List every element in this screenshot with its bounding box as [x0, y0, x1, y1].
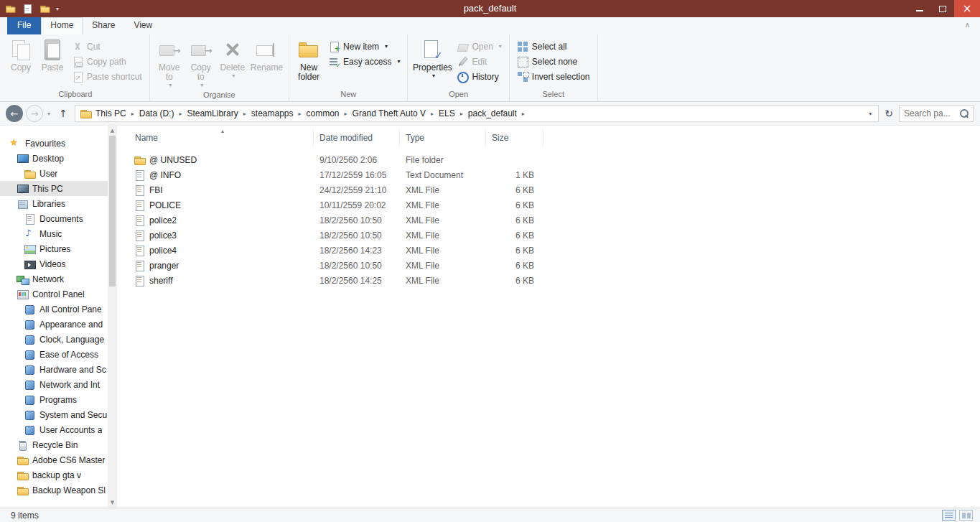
- ribbon-large-button[interactable]: Paste: [37, 37, 68, 74]
- sidebar-item[interactable]: backup gta v: [0, 467, 108, 483]
- sidebar-item[interactable]: Network and Int: [0, 377, 108, 392]
- sidebar-item[interactable]: Pictures: [0, 241, 108, 256]
- file-row[interactable]: police2 18/2/2560 10:50 XML File 6 KB: [129, 213, 980, 228]
- sidebar-item[interactable]: Ease of Access: [0, 347, 108, 362]
- scroll-up-icon[interactable]: ▲: [111, 126, 114, 136]
- file-name: pranger: [149, 261, 179, 271]
- minimize-button[interactable]: [908, 0, 931, 17]
- sidebar-item[interactable]: User Accounts a: [0, 422, 108, 437]
- sidebar-item[interactable]: Favourites: [0, 136, 108, 151]
- breadcrumb-item[interactable]: Data (D:): [135, 108, 179, 118]
- sidebar-item[interactable]: Documents: [0, 211, 108, 226]
- up-button[interactable]: ↑: [55, 105, 72, 122]
- sidebar-item[interactable]: Hardware and Sc: [0, 362, 108, 377]
- ribbon-small-button[interactable]: Select none: [513, 54, 594, 69]
- ribbon-large-button[interactable]: Delete▾: [217, 37, 248, 80]
- ribbon-group: Select all Select none: [510, 34, 598, 101]
- sidebar-item[interactable]: Control Panel: [0, 286, 108, 302]
- ribbon-small-button[interactable]: Select all: [513, 39, 594, 54]
- ribbon-small-button[interactable]: New item ▾: [325, 39, 403, 54]
- address-dropdown-icon[interactable]: ▾: [865, 111, 875, 117]
- breadcrumb-item[interactable]: This PC: [91, 108, 131, 118]
- scrollbar-thumb[interactable]: [109, 136, 116, 286]
- ribbon-tab[interactable]: Share: [83, 17, 124, 34]
- back-button[interactable]: ←: [6, 105, 23, 122]
- ribbon-tab[interactable]: View: [124, 17, 162, 34]
- recent-locations-icon[interactable]: ▾: [46, 111, 52, 117]
- ribbon-small-button[interactable]: Copy path: [68, 54, 146, 69]
- qat-button-icon[interactable]: [22, 4, 32, 14]
- ribbon-small-button[interactable]: Cut: [68, 39, 146, 54]
- file-row[interactable]: police3 18/2/2560 10:50 XML File 6 KB: [129, 228, 980, 243]
- scroll-down-icon[interactable]: ▼: [111, 498, 114, 508]
- ribbon-group-label: Clipboard: [1, 89, 149, 101]
- sidebar-item[interactable]: All Control Pane: [0, 302, 108, 317]
- qat-dropdown-icon[interactable]: ▾: [56, 6, 59, 12]
- ribbon-small-button[interactable]: Easy access ▾: [325, 54, 403, 69]
- ribbon-large-button[interactable]: New folder: [293, 37, 325, 83]
- column-header-date-modified[interactable]: Date modified: [314, 130, 400, 146]
- breadcrumb-item[interactable]: pack_default: [464, 108, 521, 118]
- sidebar-item[interactable]: Desktop: [0, 151, 108, 166]
- column-header-size[interactable]: Size: [486, 130, 543, 146]
- breadcrumb-separator-icon[interactable]: ▸: [521, 111, 526, 117]
- search-icon[interactable]: [959, 108, 969, 118]
- column-header-type[interactable]: Type: [400, 130, 486, 146]
- file-row[interactable]: police4 18/2/2560 14:23 XML File 6 KB: [129, 243, 980, 258]
- window-controls: ×: [901, 0, 980, 17]
- sidebar-item[interactable]: Libraries: [0, 196, 108, 211]
- sidebar-item[interactable]: Recycle Bin: [0, 437, 108, 452]
- file-date-modified: 10/11/2559 20:02: [314, 200, 400, 210]
- sidebar-item[interactable]: This PC: [0, 181, 108, 196]
- file-name: FBI: [149, 185, 163, 195]
- close-button[interactable]: ×: [954, 0, 980, 17]
- sidebar-item[interactable]: System and Secu: [0, 407, 108, 422]
- ribbon-large-button[interactable]: Copy to▾: [185, 37, 217, 90]
- file-row[interactable]: FBI 24/12/2559 21:10 XML File 6 KB: [129, 182, 980, 197]
- ribbon-large-button[interactable]: Rename: [248, 37, 285, 74]
- sidebar-scrollbar[interactable]: ▲ ▼: [108, 126, 117, 508]
- details-view-icon[interactable]: [942, 510, 956, 521]
- ribbon-small-button[interactable]: Open ▾: [453, 39, 505, 54]
- sidebar-item[interactable]: Appearance and: [0, 317, 108, 332]
- ribbon-small-button[interactable]: Edit: [453, 54, 505, 69]
- sidebar-item[interactable]: Clock, Language: [0, 332, 108, 347]
- ribbon-large-button[interactable]: Move to▾: [154, 37, 185, 90]
- file-row[interactable]: @ UNUSED 9/10/2560 2:06 File folder: [129, 152, 980, 167]
- ribbon-tab[interactable]: Home: [41, 17, 83, 34]
- search-input[interactable]: [904, 108, 959, 118]
- sidebar-item[interactable]: Network: [0, 271, 108, 286]
- forward-button[interactable]: →: [26, 105, 43, 122]
- recyclebin-icon: [17, 439, 28, 451]
- file-name: @ INFO: [149, 170, 181, 180]
- file-row[interactable]: @ INFO 17/12/2559 16:05 Text Document 1 …: [129, 167, 980, 182]
- sidebar-item[interactable]: Videos: [0, 256, 108, 271]
- file-row[interactable]: pranger 18/2/2560 10:50 XML File 6 KB: [129, 258, 980, 273]
- ribbon-small-button[interactable]: Paste shortcut: [68, 69, 146, 84]
- cut-icon: [72, 41, 83, 52]
- sidebar-item[interactable]: Adobe CS6 Master: [0, 452, 108, 467]
- ribbon-small-button[interactable]: Invert selection: [513, 69, 594, 84]
- ribbon-small-button[interactable]: History: [453, 69, 505, 84]
- ribbon-tab[interactable]: File: [7, 17, 41, 34]
- qat-folder-icon[interactable]: [39, 4, 50, 14]
- breadcrumb-item[interactable]: Grand Theft Auto V: [348, 108, 431, 118]
- file-row[interactable]: POLICE 10/11/2559 20:02 XML File 6 KB: [129, 197, 980, 213]
- breadcrumb-item[interactable]: common: [302, 108, 344, 118]
- sidebar-item[interactable]: Programs: [0, 392, 108, 407]
- thumbnails-view-icon[interactable]: [959, 510, 973, 521]
- breadcrumb-item[interactable]: ELS: [434, 108, 459, 118]
- refresh-icon[interactable]: ↻: [882, 108, 896, 119]
- sidebar-item[interactable]: Music: [0, 226, 108, 241]
- file-row[interactable]: sheriff 18/2/2560 14:25 XML File 6 KB: [129, 273, 980, 288]
- address-bar[interactable]: This PC ▸ Data (D:) ▸ SteamLibrary ▸ ste…: [75, 105, 879, 122]
- sidebar-item[interactable]: User: [0, 166, 108, 181]
- ribbon-large-button[interactable]: Properties▾: [411, 37, 453, 80]
- breadcrumb-item[interactable]: SteamLibrary: [182, 108, 242, 118]
- sidebar-item[interactable]: Backup Weapon Sl: [0, 483, 108, 498]
- explorer-icon[interactable]: [5, 4, 15, 14]
- ribbon-large-button[interactable]: Copy: [5, 37, 37, 74]
- minimize-ribbon-icon[interactable]: ∧: [965, 21, 970, 29]
- breadcrumb-item[interactable]: steamapps: [247, 108, 298, 118]
- maximize-button[interactable]: [931, 0, 954, 17]
